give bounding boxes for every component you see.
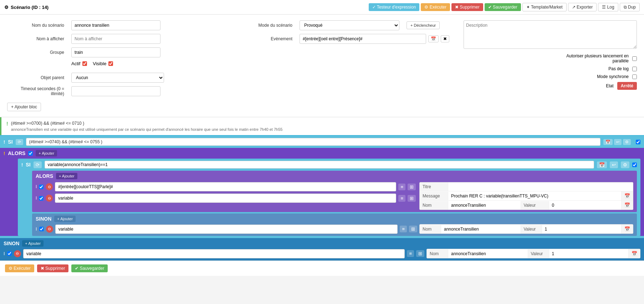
autoriser-row: Autoriser plusieurs lancement en parallè… — [464, 53, 637, 63]
outer-sinon-add-button[interactable]: + Ajouter — [22, 240, 44, 247]
detail-nom-input[interactable] — [448, 201, 521, 210]
etat-label: Etat — [606, 83, 613, 88]
objet-parent-select[interactable]: Aucun — [71, 73, 164, 83]
nested-si-settings-button[interactable]: ⚙ — [621, 161, 629, 168]
alors-add-button[interactable]: + Ajouter — [36, 150, 57, 156]
nested-si-header: ! SI ⟳ 📅 ↩ ⚙ — [18, 159, 640, 171]
nested-sinon-nom-input[interactable] — [441, 225, 521, 233]
evenement-calendar-icon[interactable]: 📅 — [428, 35, 439, 42]
detail-titre-input[interactable] — [448, 182, 633, 191]
nested-sinon-action-input[interactable] — [55, 225, 398, 234]
si-condition-input[interactable] — [26, 138, 600, 146]
supprimer-button[interactable]: ✖ Supprimer — [451, 3, 483, 11]
detail-titre-row: Titre — [420, 182, 633, 191]
outer-sinon-calendar-button[interactable]: 📅 — [628, 249, 640, 258]
detail-titre-key: Titre — [420, 182, 448, 191]
nested-si-refresh-button[interactable]: ⟳ — [34, 161, 42, 168]
si-label: SI — [8, 139, 12, 145]
si-calendar-button[interactable]: 📅 — [603, 139, 613, 145]
header-buttons: ✓ Testeur d'expression ⚙ Exécuter ✖ Supp… — [369, 3, 640, 11]
action1-menu-button[interactable]: ≡ — [398, 184, 405, 190]
detail-valeur-input[interactable] — [549, 201, 622, 210]
detail-nom-key: Nom — [420, 201, 448, 210]
add-block-button[interactable]: + Ajouter bloc — [7, 103, 41, 111]
nested-alors-add-button[interactable]: + Ajouter — [56, 173, 77, 179]
mode-sync-label: Mode synchrone — [597, 74, 629, 79]
sauvegarder-button[interactable]: ✔ Sauvegarder — [485, 3, 521, 11]
visible-label: Visible — [93, 61, 106, 66]
outer-sinon-checkbox[interactable] — [7, 251, 12, 256]
outer-sinon-valeur-input[interactable] — [549, 249, 629, 258]
detail-message-calendar-button[interactable]: 📅 — [621, 191, 633, 200]
dup-button[interactable]: ⧉ Dup — [620, 3, 640, 11]
outer-sinon-menu-button[interactable]: ≡ — [407, 250, 414, 257]
nested-sinon-valeur-input[interactable] — [542, 225, 622, 233]
action1-remove-button[interactable]: ⊖ — [46, 183, 53, 190]
nested-sinon-action-row: I ⊖ ≡ ⊞ Nom Valeur 📅 — [36, 224, 633, 234]
timeout-input[interactable] — [71, 86, 160, 96]
template-button[interactable]: ✦ Template/Market — [522, 3, 567, 11]
nom-afficher-row: Nom à afficher — [7, 34, 221, 44]
action2-menu-button[interactable]: ≡ — [398, 195, 405, 202]
mode-select[interactable]: Provoqué — [300, 20, 399, 30]
detail-message-input[interactable] — [448, 192, 621, 200]
outer-sinon-action-input[interactable] — [23, 249, 405, 258]
outer-sinon-remove-button[interactable]: ⊖ — [14, 250, 21, 257]
nom-afficher-input[interactable] — [71, 34, 160, 44]
nested-sinon-checkbox[interactable] — [39, 227, 44, 231]
nested-si-condition-input[interactable] — [45, 161, 594, 169]
action2-checkbox[interactable] — [39, 196, 44, 201]
nested-sinon-grid-button[interactable]: ⊞ — [409, 226, 417, 232]
nested-si-undo-button[interactable]: ↩ — [610, 161, 618, 168]
nom-input[interactable] — [71, 20, 160, 30]
si-refresh-button[interactable]: ⟳ — [16, 139, 23, 145]
gear-icon: ⚙ — [4, 5, 9, 10]
evenement-label: Evènement — [235, 36, 292, 41]
si-actions: 📅 ↩ ⚙ — [603, 139, 631, 145]
footer-executer-button[interactable]: ⚙ Exécuter — [5, 264, 34, 272]
executer-button[interactable]: ⚙ Exécuter — [421, 3, 450, 11]
si-settings-button[interactable]: ⚙ — [623, 139, 631, 145]
autoriser-checkbox[interactable] — [632, 56, 637, 61]
mode-sync-checkbox[interactable] — [632, 74, 637, 79]
si-exclaim-icon: ! — [4, 139, 5, 145]
nested-si-checkbox[interactable] — [632, 163, 637, 167]
nested-sinon-add-button[interactable]: + Ajouter — [54, 216, 76, 222]
nested-sinon-menu-button[interactable]: ≡ — [400, 226, 407, 232]
detail-message-row: Message 📅 — [420, 191, 633, 201]
alors-checkbox[interactable] — [28, 151, 33, 156]
action2-remove-button[interactable]: ⊖ — [46, 195, 53, 202]
action1-grid-button[interactable]: ⊞ — [408, 184, 416, 190]
footer-supprimer-button[interactable]: ✖ Supprimer — [37, 264, 69, 272]
exporter-button[interactable]: ↗ Exporter — [568, 3, 597, 11]
evenement-clear-icon[interactable]: ✖ — [441, 35, 449, 42]
nested-sinon-block: SINON + Ajouter I ⊖ ≡ ⊞ Nom Valeur — [32, 213, 637, 236]
actif-checkbox[interactable] — [82, 61, 87, 66]
outer-sinon-nom-input[interactable] — [448, 249, 528, 258]
nested-sinon-remove-button[interactable]: ⊖ — [46, 226, 53, 233]
si-enabled-checkbox[interactable] — [636, 140, 640, 144]
form-section: Nom du scénario Nom à afficher Groupe Ac… — [7, 20, 637, 100]
pas-log-checkbox[interactable] — [632, 67, 637, 71]
si-undo-button[interactable]: ↩ — [614, 139, 622, 145]
log-button[interactable]: ☰ Log — [598, 3, 618, 11]
action1-checkbox[interactable] — [39, 185, 44, 189]
groupe-input[interactable] — [71, 47, 160, 57]
action2-grid-button[interactable]: ⊞ — [408, 195, 416, 202]
description-textarea[interactable] — [464, 20, 637, 49]
nested-sinon-calendar-button[interactable]: 📅 — [621, 225, 633, 233]
visible-checkbox[interactable] — [108, 61, 113, 66]
detail-valeur-calendar-button[interactable]: 📅 — [621, 201, 633, 210]
groupe-row: Groupe — [7, 47, 221, 57]
declencheur-button[interactable]: + Déclencheur — [407, 21, 440, 29]
etat-badge: Arrêté — [617, 82, 637, 90]
footer-sauvegarder-button[interactable]: ✔ Sauvegarder — [71, 264, 108, 272]
outer-sinon-valeur-key: Valeur — [528, 249, 549, 258]
action2-input[interactable] — [55, 194, 396, 203]
action1-input[interactable] — [55, 182, 396, 191]
nested-alors-actions: I ⊖ ≡ ⊞ I ⊖ ≡ — [36, 182, 416, 205]
evenement-input[interactable] — [300, 34, 426, 44]
outer-sinon-grid-button[interactable]: ⊞ — [416, 250, 424, 257]
tester-button[interactable]: ✓ Testeur d'expression — [369, 3, 420, 11]
nested-si-calendar-button[interactable]: 📅 — [597, 161, 607, 168]
